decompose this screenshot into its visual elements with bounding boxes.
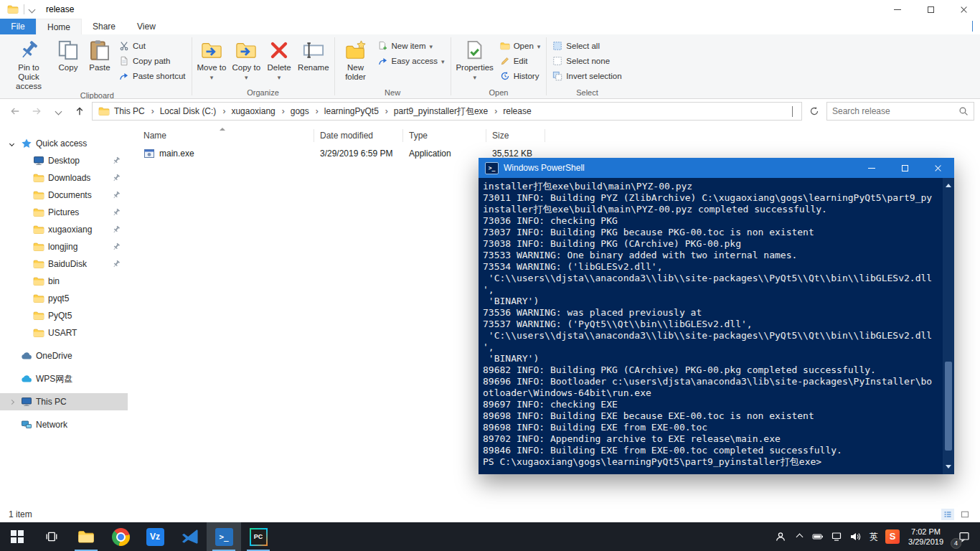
breadcrumb-segment[interactable]: xugaoxiang bbox=[228, 106, 287, 116]
invert-selection-button[interactable]: Invert selection bbox=[549, 68, 625, 83]
sidebar-item-baidudisk[interactable]: BaiduDisk bbox=[0, 255, 128, 273]
sidebar-item-documents[interactable]: Documents bbox=[0, 187, 128, 204]
sidebar-item-downloads[interactable]: Downloads bbox=[0, 169, 128, 187]
tab-file[interactable]: File bbox=[0, 19, 36, 34]
copy-to-button[interactable]: Copy to bbox=[229, 36, 263, 82]
breadcrumb-segment[interactable]: Local Disk (C:) bbox=[157, 106, 229, 116]
expander-icon[interactable] bbox=[6, 400, 17, 404]
tab-share[interactable]: Share bbox=[82, 19, 126, 34]
paste-shortcut-button[interactable]: Paste shortcut bbox=[116, 68, 189, 83]
sidebar-item-xugaoxiang[interactable]: xugaoxiang bbox=[0, 221, 128, 238]
select-all-button[interactable]: Select all bbox=[549, 38, 625, 53]
paste-button[interactable]: Paste bbox=[84, 36, 116, 72]
breadcrumb-bar[interactable]: This PC Local Disk (C:) xugaoxiang gogs … bbox=[92, 102, 802, 121]
console-output[interactable]: installer打包exe\build\main\PYZ-00.pyz 730… bbox=[479, 178, 954, 474]
delete-button[interactable]: Delete bbox=[263, 36, 295, 82]
sidebar-item-longjing[interactable]: longjing bbox=[0, 238, 128, 255]
breadcrumb-segment[interactable]: part9_pyinstaller打包exe bbox=[391, 105, 500, 118]
up-button[interactable] bbox=[70, 103, 89, 120]
sidebar-item-quick-access[interactable]: Quick access bbox=[0, 135, 128, 152]
folder-icon bbox=[33, 327, 44, 339]
tab-view[interactable]: View bbox=[126, 19, 166, 34]
open-button[interactable]: Open bbox=[496, 38, 545, 53]
taskbar-wiznote[interactable]: Vz bbox=[138, 522, 172, 551]
column-header-type[interactable]: Type bbox=[403, 129, 486, 142]
sidebar-item-desktop[interactable]: Desktop bbox=[0, 152, 128, 169]
breadcrumb-segment[interactable]: gogs bbox=[288, 106, 321, 116]
new-folder-button[interactable]: New folder bbox=[337, 36, 374, 82]
edit-button[interactable]: Edit bbox=[496, 53, 545, 68]
taskbar-pycharm[interactable]: PC bbox=[241, 522, 275, 551]
network-status[interactable] bbox=[827, 522, 846, 551]
task-view-button[interactable] bbox=[34, 522, 69, 551]
console-scrollbar[interactable] bbox=[943, 178, 954, 474]
scroll-up-icon[interactable] bbox=[946, 181, 951, 187]
sidebar-item-usart[interactable]: USART bbox=[0, 324, 128, 342]
refresh-button[interactable] bbox=[805, 103, 824, 120]
breadcrumb-segment[interactable]: release bbox=[500, 106, 534, 116]
close-button[interactable] bbox=[947, 0, 980, 19]
ime-indicator[interactable]: 英 bbox=[864, 522, 883, 551]
move-to-button[interactable]: Move to bbox=[194, 36, 230, 82]
sidebar-item-onedrive[interactable]: OneDrive bbox=[0, 347, 128, 364]
select-none-button[interactable]: Select none bbox=[549, 53, 625, 68]
sogou-ime-button[interactable]: S bbox=[883, 522, 902, 551]
sidebar-item-pyqt5-lower[interactable]: pyqt5 bbox=[0, 290, 128, 307]
expander-icon[interactable] bbox=[6, 142, 17, 146]
volume-status[interactable] bbox=[846, 522, 864, 551]
console-line: 89697 INFO: checking EXE bbox=[483, 399, 940, 410]
sidebar-item-pyqt5-upper[interactable]: PyQt5 bbox=[0, 307, 128, 324]
button-label: Delete bbox=[267, 63, 291, 72]
action-center-button[interactable]: 4 bbox=[950, 522, 979, 551]
breadcrumb-segment[interactable]: This PC bbox=[111, 106, 157, 116]
maximize-button[interactable] bbox=[888, 158, 921, 178]
powershell-titlebar[interactable]: >_ Windows PowerShell bbox=[479, 158, 954, 178]
collapse-ribbon-icon[interactable] bbox=[972, 22, 973, 32]
column-header-name[interactable]: Name bbox=[138, 129, 314, 142]
people-button[interactable] bbox=[771, 522, 790, 551]
sidebar-item-this-pc[interactable]: This PC bbox=[0, 393, 128, 410]
search-icon[interactable] bbox=[958, 106, 969, 116]
minimize-button[interactable] bbox=[855, 158, 888, 178]
sidebar-item-wps-cloud[interactable]: WPS网盘 bbox=[0, 370, 128, 387]
details-view-button[interactable] bbox=[941, 509, 954, 520]
recent-locations-dropdown[interactable] bbox=[49, 103, 67, 120]
clock[interactable]: 7:02 PM 3/29/2019 bbox=[902, 527, 950, 547]
taskbar-vscode[interactable] bbox=[172, 522, 207, 551]
copy-path-button[interactable]: Copy path bbox=[116, 53, 189, 68]
back-button[interactable] bbox=[6, 103, 24, 120]
breadcrumb-segment[interactable]: learningPyQt5 bbox=[321, 106, 391, 116]
forward-button[interactable] bbox=[27, 103, 46, 120]
column-header-date-modified[interactable]: Date modified bbox=[314, 129, 403, 142]
column-header-size[interactable]: Size bbox=[486, 129, 545, 142]
search-input[interactable] bbox=[832, 106, 954, 116]
customize-toolbar-icon[interactable] bbox=[29, 6, 36, 13]
large-icons-view-button[interactable] bbox=[958, 509, 971, 520]
show-hidden-icons-button[interactable] bbox=[790, 522, 809, 551]
sidebar-item-pictures[interactable]: Pictures bbox=[0, 204, 128, 221]
close-button[interactable] bbox=[921, 158, 954, 178]
maximize-button[interactable] bbox=[914, 0, 947, 19]
battery-status[interactable] bbox=[809, 522, 827, 551]
sidebar-item-label: WPS网盘 bbox=[36, 373, 72, 385]
properties-button[interactable]: Properties bbox=[453, 36, 496, 82]
minimize-button[interactable] bbox=[881, 0, 914, 19]
pin-to-quick-access-button[interactable]: Pin to Quick access bbox=[5, 36, 52, 91]
explorer-titlebar[interactable]: release bbox=[0, 0, 980, 19]
new-item-button[interactable]: New item bbox=[374, 38, 448, 53]
copy-button[interactable]: Copy bbox=[52, 36, 84, 72]
history-button[interactable]: History bbox=[496, 68, 545, 83]
rename-button[interactable]: Rename bbox=[295, 36, 331, 72]
start-button[interactable] bbox=[0, 522, 34, 551]
sidebar-item-network[interactable]: Network bbox=[0, 416, 128, 433]
scroll-down-icon[interactable] bbox=[946, 465, 951, 471]
sidebar-item-bin[interactable]: bin bbox=[0, 273, 128, 290]
taskbar-powershell[interactable]: >_ bbox=[207, 522, 241, 551]
taskbar-chrome[interactable] bbox=[103, 522, 138, 551]
easy-access-button[interactable]: Easy access bbox=[374, 53, 448, 68]
scrollbar-thumb[interactable] bbox=[945, 362, 952, 451]
tab-home[interactable]: Home bbox=[36, 19, 82, 34]
address-dropdown-icon[interactable] bbox=[786, 106, 798, 116]
taskbar-file-explorer[interactable] bbox=[69, 522, 103, 551]
cut-button[interactable]: Cut bbox=[116, 38, 189, 53]
